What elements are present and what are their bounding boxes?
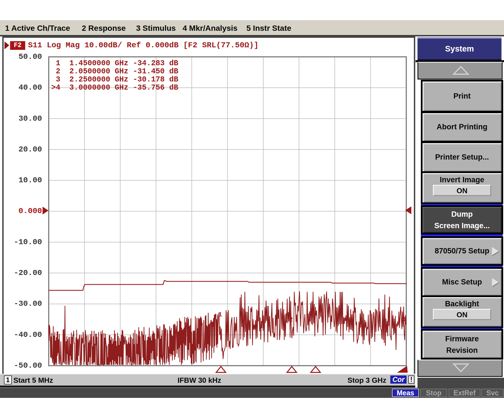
svg-text:2: 2 (289, 316, 293, 323)
svg-text:4: 4 (402, 316, 406, 323)
svg-text:3: 3 (312, 312, 316, 319)
svg-text:1: 1 (218, 311, 222, 318)
